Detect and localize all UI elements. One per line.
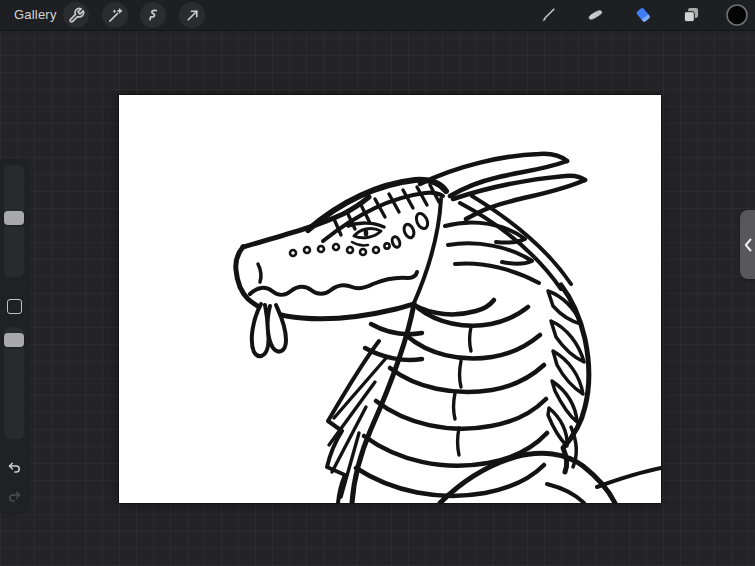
layers-icon [681, 5, 701, 25]
eraser-icon [632, 4, 654, 26]
color-swatch-icon [725, 3, 749, 27]
smudge-finger-icon [585, 5, 605, 25]
color-swatch-button[interactable] [724, 2, 750, 28]
brush-size-slider[interactable] [4, 165, 24, 277]
procreate-workspace: Gallery [0, 0, 755, 566]
gallery-button[interactable]: Gallery [14, 0, 57, 30]
actions-button[interactable] [63, 2, 89, 28]
brush-size-handle[interactable] [4, 211, 24, 225]
transform-button[interactable] [179, 2, 205, 28]
selection-button[interactable] [140, 2, 166, 28]
drawing-canvas[interactable] [119, 95, 661, 503]
magic-wand-icon [107, 7, 124, 24]
modify-button[interactable] [7, 299, 22, 314]
layers-button[interactable] [678, 2, 704, 28]
wrench-icon [68, 7, 85, 24]
undo-button[interactable] [2, 455, 26, 479]
adjustments-button[interactable] [102, 2, 128, 28]
redo-button[interactable] [2, 484, 26, 508]
smudge-tool-button[interactable] [582, 2, 608, 28]
selection-s-icon [145, 7, 162, 24]
brush-icon [538, 5, 558, 25]
transform-arrow-icon [184, 7, 201, 24]
redo-icon [6, 488, 23, 505]
undo-icon [6, 459, 23, 476]
opacity-handle[interactable] [4, 333, 24, 347]
opacity-slider[interactable] [4, 327, 24, 439]
paint-tool-button[interactable] [535, 2, 561, 28]
chevron-left-icon [744, 238, 752, 252]
erase-tool-button[interactable] [630, 2, 656, 28]
dragon-line-art [119, 95, 661, 503]
brush-sidebar [0, 160, 28, 513]
top-toolbar: Gallery [0, 0, 755, 31]
sidebar-position-handle[interactable] [740, 210, 755, 279]
